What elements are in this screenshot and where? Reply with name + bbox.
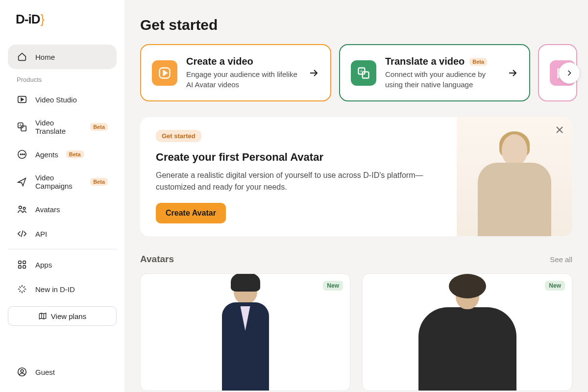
avatar-figure [222, 276, 269, 391]
brand-name: D-iD [16, 12, 40, 27]
card-desc: Connect with your audience by using thei… [385, 69, 498, 90]
close-banner-button[interactable] [554, 124, 565, 136]
banner-pill: Get started [156, 130, 201, 142]
create-avatar-button[interactable]: Create Avatar [156, 203, 226, 223]
home-icon [17, 51, 27, 62]
brand-brace-icon: } [40, 12, 44, 27]
avatar-illustration [478, 134, 551, 236]
chevron-right-icon [564, 68, 574, 78]
sidebar-item-label: Avatars [35, 205, 60, 214]
avatars-icon [17, 204, 27, 215]
beta-badge: Beta [469, 58, 487, 66]
svg-text:A: A [20, 123, 22, 127]
sidebar-divider [8, 249, 117, 249]
banner-content: Get started Create your first Personal A… [140, 117, 457, 236]
sidebar-item-label: Agents [35, 150, 58, 159]
sidebar-item-agents[interactable]: Agents Beta [8, 142, 117, 167]
avatars-section-header: Avatars See all [140, 254, 572, 265]
sidebar-item-label: New in D-ID [35, 285, 75, 294]
svg-text:A: A [360, 69, 363, 73]
sidebar-item-apps[interactable]: Apps [8, 252, 117, 277]
sidebar-item-label: Video Campaigns [35, 173, 82, 190]
svg-point-9 [23, 207, 25, 210]
new-badge: New [323, 281, 343, 291]
card-body: Create a video Engage your audience with… [186, 56, 299, 90]
sidebar-item-video-studio[interactable]: Video Studio [8, 87, 117, 112]
avatar-grid: New New [140, 273, 572, 391]
svg-point-6 [22, 154, 23, 155]
apps-icon [17, 259, 27, 270]
sidebar-item-avatars[interactable]: Avatars [8, 197, 117, 221]
sidebar-item-api[interactable]: API [8, 221, 117, 246]
avatar-card[interactable]: New [140, 273, 350, 391]
sidebar-item-video-campaigns[interactable]: Video Campaigns Beta [8, 167, 117, 197]
card-desc: Engage your audience with lifelike AI Av… [186, 69, 299, 90]
sidebar-item-label: Video Studio [35, 96, 77, 104]
avatars-section-title: Avatars [140, 254, 174, 265]
view-plans-button[interactable]: View plans [8, 306, 117, 326]
arrow-right-icon [308, 67, 319, 79]
banner-desc: Generate a realistic digital version of … [156, 170, 440, 193]
scroll-next-button[interactable] [559, 62, 580, 84]
video-studio-icon [17, 94, 27, 105]
svg-point-15 [21, 369, 24, 372]
card-title: Create a video [186, 56, 253, 67]
card-body: Translate a video Beta Connect with your… [385, 56, 498, 90]
sidebar-guest-label: Guest [35, 368, 55, 376]
svg-rect-13 [23, 266, 26, 269]
beta-badge: Beta [90, 178, 108, 186]
svg-point-7 [24, 154, 25, 155]
sidebar-item-new[interactable]: New in D-ID [8, 277, 117, 301]
action-cards-row: Create a video Engage your audience with… [140, 44, 588, 101]
agents-icon [17, 149, 27, 160]
api-icon [17, 228, 27, 239]
sidebar-item-label: API [35, 230, 47, 238]
sidebar-item-home[interactable]: Home [8, 45, 117, 69]
page-title: Get started [140, 17, 588, 33]
play-icon [152, 60, 177, 86]
svg-rect-11 [23, 261, 26, 264]
sidebar-item-guest[interactable]: Guest [8, 360, 117, 384]
map-icon [38, 312, 47, 320]
view-plans-label: View plans [51, 312, 86, 320]
svg-rect-10 [19, 261, 22, 264]
sidebar-home-label: Home [35, 53, 55, 61]
user-icon [17, 367, 27, 377]
main-content: Get started Create a video Engage your a… [124, 0, 588, 392]
action-card-translate-video[interactable]: A Translate a video Beta Connect with yo… [339, 44, 530, 101]
sidebar-item-label: Apps [35, 261, 52, 269]
see-all-link[interactable]: See all [550, 255, 572, 264]
beta-badge: Beta [90, 123, 108, 131]
sidebar-item-video-translate[interactable]: A Video Translate Beta [8, 112, 117, 142]
sidebar: D-iD} Home Products Video Studio A Video… [0, 0, 124, 392]
avatar-card[interactable]: New [362, 273, 572, 391]
close-icon [554, 124, 565, 136]
svg-rect-18 [363, 72, 369, 78]
translate-icon: A [17, 122, 27, 132]
sparkle-icon [17, 284, 27, 294]
card-title: Translate a video [385, 56, 465, 67]
svg-rect-2 [21, 126, 26, 131]
brand-logo[interactable]: D-iD} [16, 12, 117, 27]
svg-point-5 [20, 154, 21, 155]
campaigns-icon [17, 176, 27, 187]
arrow-right-icon [507, 67, 518, 79]
sidebar-item-label: Video Translate [35, 119, 82, 135]
banner-title: Create your first Personal Avatar [156, 151, 441, 164]
new-badge: New [545, 281, 565, 291]
translate-card-icon: A [351, 60, 376, 86]
get-started-banner: Get started Create your first Personal A… [140, 117, 572, 236]
sidebar-section-products: Products [8, 69, 117, 87]
svg-point-8 [19, 206, 22, 209]
avatar-figure [418, 281, 516, 391]
action-card-create-video[interactable]: Create a video Engage your audience with… [140, 44, 331, 101]
svg-rect-12 [19, 266, 22, 269]
beta-badge: Beta [66, 150, 84, 158]
